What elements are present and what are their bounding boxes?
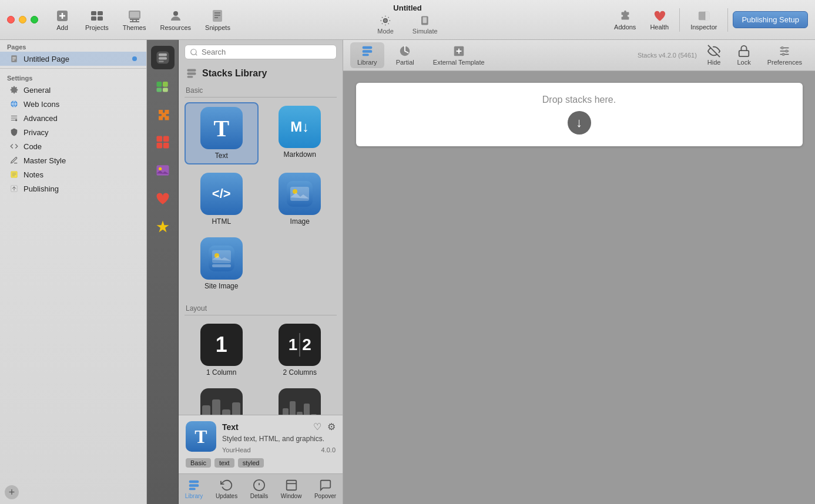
- preferences-button[interactable]: Preferences: [762, 42, 808, 68]
- icon-bar-heart[interactable]: [151, 187, 175, 210]
- svg-rect-42: [156, 143, 162, 149]
- library-item-2col[interactable]: 1 2 2 Columns: [263, 320, 337, 380]
- library-item-text[interactable]: T Text: [185, 102, 259, 164]
- preview-tag-text[interactable]: text: [214, 458, 234, 468]
- projects-button[interactable]: Projects: [79, 6, 115, 33]
- settings-button[interactable]: ⚙: [327, 421, 336, 432]
- snippets-button[interactable]: Snippets: [199, 6, 236, 33]
- inspector-button[interactable]: Inspector: [685, 7, 723, 33]
- add-page-button[interactable]: +: [5, 485, 19, 499]
- lock-button[interactable]: Lock: [731, 42, 756, 68]
- icon-bar-star[interactable]: [151, 215, 175, 238]
- svg-rect-68: [363, 54, 369, 56]
- lock-label: Lock: [737, 59, 750, 66]
- publishing-setup-button[interactable]: Publishing Setup: [733, 11, 808, 28]
- tab-partial-label: Partial: [396, 59, 414, 66]
- preview-meta: YourHead 4.0.0: [222, 446, 336, 453]
- icon-bar-addons[interactable]: [151, 74, 175, 98]
- canvas-body: Drop stacks here. ↓: [343, 71, 815, 504]
- icon-bar-image-gallery[interactable]: [151, 159, 175, 182]
- sidebar-item-master-style[interactable]: Master Style: [0, 153, 146, 167]
- library-body: Basic T Text M↓ Markdown: [179, 83, 343, 415]
- sidebar-item-web-icons[interactable]: Web Icons: [0, 97, 146, 111]
- library-search-area: [179, 40, 343, 64]
- svg-rect-38: [156, 88, 162, 92]
- icon-bar: [147, 40, 179, 504]
- notes-icon: [9, 170, 19, 179]
- search-input[interactable]: [202, 48, 331, 56]
- library-title-text: Stacks Library: [202, 68, 267, 79]
- library-item-site-image[interactable]: Site Image: [185, 234, 259, 294]
- sidebar-item-publishing[interactable]: Publishing: [0, 182, 146, 196]
- image-label: Image: [290, 217, 310, 226]
- simulate-button[interactable]: Simulate: [408, 14, 442, 36]
- library-item-html[interactable]: </> HTML: [185, 169, 259, 229]
- library-item-1col[interactable]: 1 1 Column: [185, 320, 259, 380]
- svg-point-76: [782, 47, 784, 49]
- mode-label: Mode: [377, 28, 394, 35]
- svg-rect-67: [363, 50, 373, 53]
- mode-button[interactable]: Mode: [373, 14, 398, 36]
- 2col-icon: 1 2: [279, 324, 321, 366]
- addons-label: Addons: [614, 23, 636, 31]
- publishing-icon: [9, 184, 19, 193]
- health-label: Health: [650, 23, 669, 31]
- preview-tag-basic[interactable]: Basic: [186, 458, 211, 468]
- drop-zone[interactable]: Drop stacks here. ↓: [356, 83, 803, 146]
- addons-button[interactable]: Addons: [608, 7, 642, 33]
- sidebar-item-general[interactable]: General: [0, 83, 146, 97]
- svg-rect-64: [286, 481, 296, 490]
- svg-rect-50: [187, 76, 193, 78]
- bottom-bar-library[interactable]: Library: [179, 478, 209, 500]
- library-stacks-icon: [186, 68, 197, 79]
- sidebar-item-advanced[interactable]: Advanced: [0, 111, 146, 125]
- icon-bar-grid[interactable]: [151, 130, 175, 154]
- sidebar-item-notes[interactable]: Notes: [0, 167, 146, 182]
- icon-bar-puzzle[interactable]: [151, 102, 175, 126]
- svg-rect-36: [156, 82, 162, 87]
- svg-rect-60: [189, 488, 196, 490]
- bottom-bar-details[interactable]: Details: [244, 478, 274, 500]
- svg-rect-6: [98, 16, 103, 21]
- markdown-icon: M↓: [279, 106, 321, 148]
- preview-tag-styled[interactable]: styled: [238, 458, 264, 468]
- search-box[interactable]: [185, 45, 337, 59]
- library-item-4col[interactable]: 4 Columns+: [263, 385, 337, 415]
- bottom-bar-popover[interactable]: Popover: [308, 478, 342, 500]
- inspector-label: Inspector: [690, 23, 717, 31]
- health-button[interactable]: Health: [644, 7, 675, 33]
- favorite-button[interactable]: ♡: [313, 421, 321, 432]
- svg-point-78: [783, 53, 785, 56]
- themes-button[interactable]: Themes: [117, 6, 152, 33]
- hide-button[interactable]: Hide: [702, 42, 727, 68]
- library-item-markdown[interactable]: M↓ Markdown: [263, 102, 337, 164]
- sidebar-item-privacy[interactable]: Privacy: [0, 125, 146, 139]
- add-button[interactable]: Add: [48, 6, 77, 33]
- hide-label: Hide: [707, 59, 721, 66]
- library-item-image[interactable]: Image: [263, 169, 337, 229]
- svg-point-9: [173, 11, 178, 16]
- sidebar-item-code[interactable]: Code: [0, 139, 146, 153]
- stacks-version: Stacks v4.2.0 (5461): [638, 52, 697, 59]
- tab-external-template-label: External Template: [433, 59, 485, 66]
- snippets-label: Snippets: [205, 24, 230, 31]
- tab-library[interactable]: Library: [350, 42, 384, 68]
- svg-rect-35: [159, 61, 164, 62]
- markdown-label: Markdown: [284, 150, 316, 159]
- minimize-button[interactable]: [19, 16, 26, 23]
- icon-bar-stacks[interactable]: [151, 46, 175, 69]
- close-button[interactable]: [7, 16, 15, 23]
- tab-partial[interactable]: Partial: [389, 42, 421, 68]
- bottom-bar-window[interactable]: Window: [275, 478, 308, 500]
- maximize-button[interactable]: [31, 16, 38, 23]
- projects-label: Projects: [85, 24, 109, 31]
- 3col-icon: [200, 388, 243, 415]
- basic-section-divider: [185, 97, 337, 98]
- svg-point-46: [191, 49, 196, 54]
- resources-button[interactable]: Resources: [155, 6, 197, 33]
- untitled-page-label: Untitled Page: [24, 55, 69, 63]
- tab-external-template[interactable]: External Template: [426, 42, 492, 68]
- library-item-3col[interactable]: 3 Columns+: [185, 385, 259, 415]
- bottom-bar-updates[interactable]: Updates: [210, 478, 243, 500]
- sidebar-item-untitled-page[interactable]: Untitled Page: [0, 52, 146, 66]
